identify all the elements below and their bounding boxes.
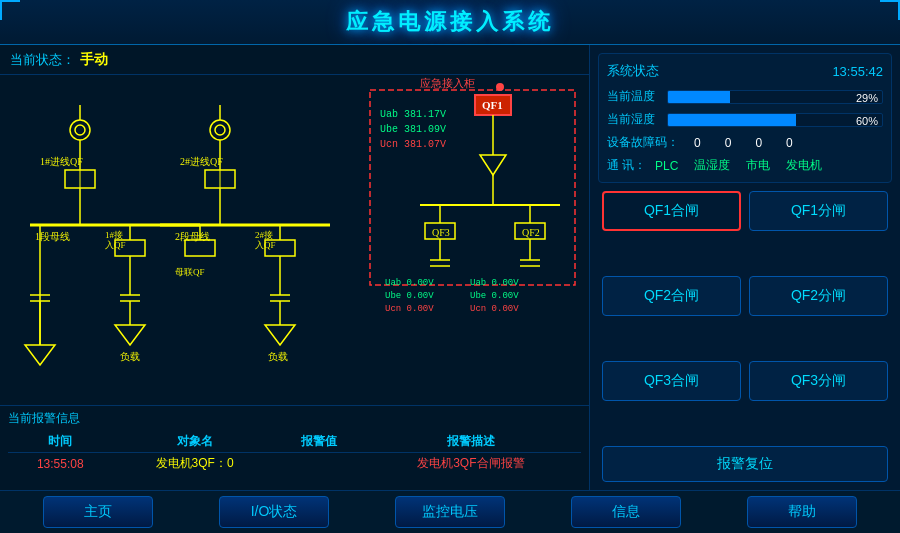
svg-text:QF2: QF2: [522, 227, 540, 238]
alarm-section: 当前报警信息 时间 对象名 报警值 报警描述 13:55:08 发电机3QF：0…: [0, 405, 589, 490]
qf2-open-button[interactable]: QF2分闸: [749, 276, 888, 316]
temp-value: 29%: [856, 91, 878, 104]
comm-gen: 发电机: [786, 157, 822, 174]
svg-text:入QF: 入QF: [255, 240, 276, 250]
svg-text:负载: 负载: [268, 351, 288, 362]
corner-tr: [880, 0, 900, 20]
fault-row: 设备故障码： 0 0 0 0: [607, 134, 883, 151]
svg-text:Ube  0.00V: Ube 0.00V: [385, 291, 434, 301]
svg-text:Uab  381.17V: Uab 381.17V: [380, 109, 446, 120]
humidity-value: 60%: [856, 114, 878, 127]
temp-progress-bar: [668, 91, 730, 103]
status-bar: 当前状态： 手动: [0, 45, 589, 75]
schematic-svg: 1#进线QF 1段母线 1#接 入QF 负: [0, 75, 589, 405]
svg-text:QF3: QF3: [432, 227, 450, 238]
comm-humidtemp: 温湿度: [694, 157, 730, 174]
svg-text:QF1: QF1: [482, 99, 503, 111]
qf3-open-button[interactable]: QF3分闸: [749, 361, 888, 401]
qf1-open-button[interactable]: QF1分闸: [749, 191, 888, 231]
nav-voltage-button[interactable]: 监控电压: [395, 496, 505, 528]
sys-status-title: 系统状态: [607, 62, 659, 80]
qf1-close-button[interactable]: QF1合闸: [602, 191, 741, 231]
control-buttons: QF1合闸 QF1分闸 QF2合闸 QF2分闸 QF3合闸 QF3分闸: [598, 191, 892, 438]
alarm-table: 时间 对象名 报警值 报警描述 13:55:08 发电机3QF：0 发电机3QF…: [8, 431, 581, 474]
fault-v1: 0: [725, 136, 732, 150]
schematic-panel: 当前状态： 手动 1#进线QF: [0, 45, 590, 490]
svg-text:入QF: 入QF: [105, 240, 126, 250]
temp-progress-container: 29%: [667, 90, 883, 104]
corner-tl: [0, 0, 20, 20]
comm-mains: 市电: [746, 157, 770, 174]
alarm-time: 13:55:08: [8, 453, 112, 475]
svg-text:Uab  0.00V: Uab 0.00V: [470, 278, 519, 288]
alarm-col-time: 时间: [8, 431, 112, 453]
svg-text:应急接入柜: 应急接入柜: [420, 77, 475, 89]
temp-row: 当前温度 29%: [607, 88, 883, 105]
humidity-label: 当前湿度: [607, 111, 667, 128]
sys-time: 13:55:42: [832, 64, 883, 79]
right-panel: 系统状态 13:55:42 当前温度 29% 当前湿度 60%: [590, 45, 900, 490]
comm-plc: PLC: [655, 159, 678, 173]
svg-text:Uab  0.00V: Uab 0.00V: [385, 278, 434, 288]
humidity-progress-container: 60%: [667, 113, 883, 127]
svg-text:Ucn  381.07V: Ucn 381.07V: [380, 139, 446, 150]
qf2-close-button[interactable]: QF2合闸: [602, 276, 741, 316]
system-status: 系统状态 13:55:42 当前温度 29% 当前湿度 60%: [598, 53, 892, 183]
nav-io-button[interactable]: I/O状态: [219, 496, 329, 528]
alarm-col-object: 对象名: [112, 431, 276, 453]
svg-text:2#进线QF: 2#进线QF: [180, 156, 223, 167]
svg-text:1#接: 1#接: [105, 230, 123, 240]
comm-label: 通 讯：: [607, 157, 647, 174]
bottom-nav: 主页 I/O状态 监控电压 信息 帮助: [0, 490, 900, 533]
table-row: 13:55:08 发电机3QF：0 发电机3QF合闸报警: [8, 453, 581, 475]
svg-text:2#接: 2#接: [255, 230, 273, 240]
humidity-row: 当前湿度 60%: [607, 111, 883, 128]
fault-v3: 0: [786, 136, 793, 150]
alarm-object: 发电机3QF：0: [112, 453, 276, 475]
svg-text:母联QF: 母联QF: [175, 267, 205, 277]
svg-point-51: [496, 83, 504, 91]
svg-text:Ucn  0.00V: Ucn 0.00V: [385, 304, 434, 314]
alarm-reset-button[interactable]: 报警复位: [602, 446, 888, 482]
schematic-area: 1#进线QF 1段母线 1#接 入QF 负: [0, 75, 589, 405]
sys-status-header: 系统状态 13:55:42: [607, 62, 883, 80]
fault-v2: 0: [755, 136, 762, 150]
app-title: 应急电源接入系统: [346, 7, 554, 37]
nav-home-button[interactable]: 主页: [43, 496, 153, 528]
svg-text:Ucn  0.00V: Ucn 0.00V: [470, 304, 519, 314]
fault-v0: 0: [694, 136, 701, 150]
fault-label: 设备故障码：: [607, 134, 682, 151]
svg-text:Ube  0.00V: Ube 0.00V: [470, 291, 519, 301]
svg-text:1#进线QF: 1#进线QF: [40, 156, 83, 167]
alarm-section-title: 当前报警信息: [8, 410, 581, 427]
nav-help-button[interactable]: 帮助: [747, 496, 857, 528]
svg-text:Ube  381.09V: Ube 381.09V: [380, 124, 446, 135]
svg-text:负载: 负载: [120, 351, 140, 362]
header: 应急电源接入系统: [0, 0, 900, 45]
comm-row: 通 讯： PLC 温湿度 市电 发电机: [607, 157, 883, 174]
main-area: 当前状态： 手动 1#进线QF: [0, 45, 900, 490]
alarm-desc: 发电机3QF合闸报警: [361, 453, 581, 475]
humidity-progress-bar: [668, 114, 796, 126]
alarm-col-desc: 报警描述: [361, 431, 581, 453]
temp-label: 当前温度: [607, 88, 667, 105]
qf3-close-button[interactable]: QF3合闸: [602, 361, 741, 401]
status-label: 当前状态：: [10, 51, 75, 69]
alarm-col-value: 报警值: [277, 431, 361, 453]
status-value: 手动: [80, 51, 108, 69]
nav-info-button[interactable]: 信息: [571, 496, 681, 528]
alarm-value: [277, 453, 361, 475]
